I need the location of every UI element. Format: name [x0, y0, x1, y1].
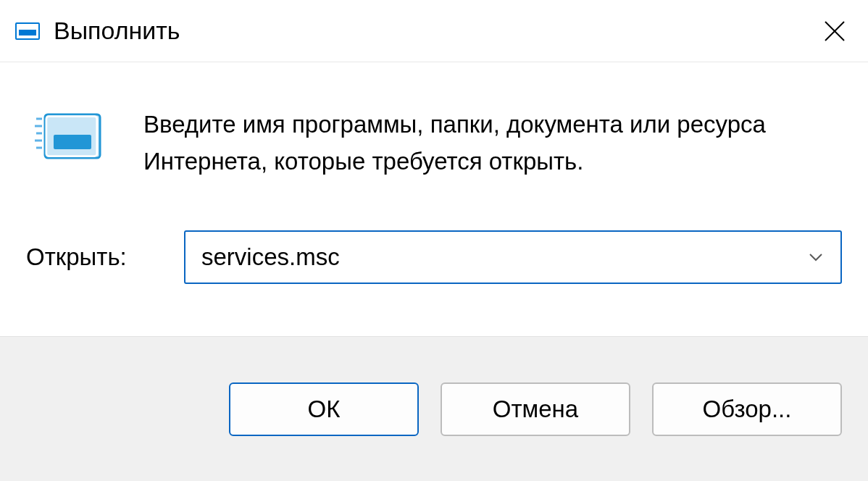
dialog-description: Введите имя программы, папки, документа … [143, 106, 796, 180]
open-combobox[interactable] [184, 230, 842, 284]
close-button[interactable] [819, 15, 851, 47]
chevron-down-icon[interactable] [807, 248, 825, 266]
dialog-footer: ОК Отмена Обзор... [0, 336, 868, 481]
run-titlebar-icon [14, 20, 41, 42]
svg-rect-1 [19, 30, 36, 35]
description-row: Введите имя программы, папки, документа … [26, 106, 842, 180]
titlebar-left: Выполнить [14, 17, 180, 45]
run-dialog-icon [35, 110, 103, 162]
cancel-button[interactable]: Отмена [441, 382, 630, 436]
titlebar: Выполнить [0, 0, 868, 62]
ok-button[interactable]: ОК [229, 382, 419, 436]
svg-rect-6 [54, 135, 91, 149]
open-label: Открыть: [26, 243, 142, 271]
browse-button[interactable]: Обзор... [652, 382, 842, 436]
open-input[interactable] [201, 243, 807, 271]
open-row: Открыть: [26, 230, 842, 284]
dialog-content: Введите имя программы, папки, документа … [0, 62, 868, 313]
window-title: Выполнить [54, 17, 180, 45]
close-icon [824, 20, 846, 42]
